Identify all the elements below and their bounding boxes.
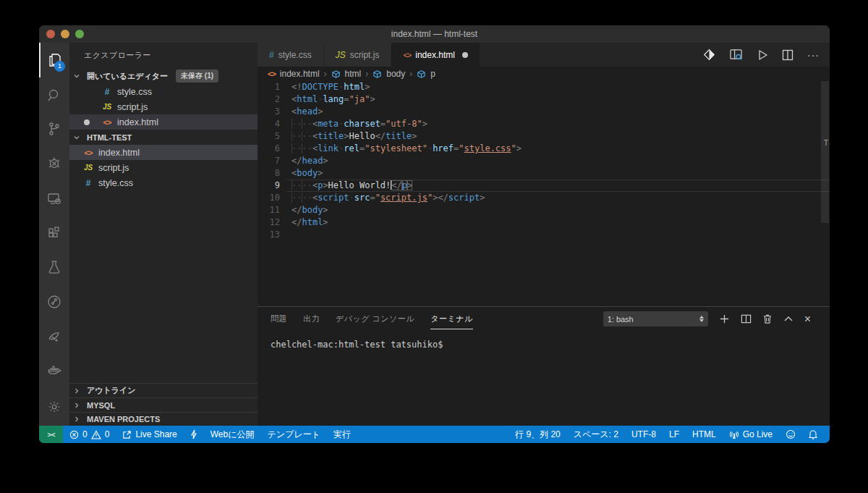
outline-section-header[interactable]: アウトライン [69,383,258,397]
code-token[interactable]: src [354,193,370,203]
code-token[interactable]: > [370,94,375,104]
feedback-smiley-icon[interactable] [779,426,802,443]
code-line-content[interactable]: ····<meta·charset="utf-8"> [286,118,830,130]
code-token[interactable]: title [318,131,344,141]
code-line-content[interactable]: <head> [286,106,830,118]
code-token[interactable]: html [302,217,323,227]
test-beaker-icon[interactable] [39,250,69,285]
code-token[interactable]: script.js [380,193,427,203]
code-token[interactable]: rel [344,143,359,153]
code-token[interactable]: script [448,193,480,203]
cursor-position[interactable]: 行 9、列 20 [509,426,567,443]
line-number[interactable]: 2 [258,93,286,106]
code-token[interactable]: = [380,119,386,129]
line-number[interactable]: 12 [258,216,286,229]
code-token[interactable]: </ [391,180,401,190]
code-token[interactable]: > [344,131,349,141]
live-share-session-icon[interactable] [39,285,69,319]
tab-index-html[interactable]: <> index.html [391,43,480,67]
code-token[interactable]: > [323,217,328,227]
code-token[interactable]: <! [292,82,302,92]
code-token[interactable]: > [323,156,328,166]
code-token[interactable]: href [433,143,454,153]
code-editor[interactable]: 1<!DOCTYPE·html>2<html·lang="ja">3<head>… [258,81,830,306]
code-token[interactable]: style.css [464,143,511,153]
code-line-content[interactable]: ····<title>Hello</title> [286,130,830,143]
flash-icon[interactable] [184,426,204,443]
remote-indicator[interactable]: >< [39,426,63,443]
code-token[interactable]: > [422,119,427,129]
code-line[interactable]: 1<!DOCTYPE·html> [258,81,830,93]
code-token[interactable]: script [318,193,349,203]
code-token[interactable]: body [297,168,318,178]
open-preview-icon[interactable] [729,49,743,61]
code-token[interactable]: "utf-8" [386,119,422,129]
breadcrumb-symbol[interactable]: p [430,69,435,79]
zoom-window-button[interactable] [75,30,84,38]
code-line-content[interactable]: <!DOCTYPE·html> [286,81,830,93]
breadcrumb-symbol[interactable]: html [345,69,362,79]
code-token[interactable]: > [407,180,412,190]
code-token[interactable]: head [297,106,318,117]
code-token[interactable]: DOCTYPE [302,82,339,92]
terminal-output[interactable]: chelchel-mac:html-test tatsuhiko$ [258,331,830,426]
problems-status[interactable]: 0 0 [63,426,116,443]
code-line-content[interactable]: </body> [286,204,830,216]
code-line[interactable]: 12</html> [258,216,830,229]
code-line[interactable]: 6····<link·rel="stylesheet"·href="style.… [258,143,830,155]
code-token[interactable]: lang [323,94,344,104]
live-share-button[interactable]: Live Share [116,426,183,443]
scrollbar-thumb[interactable] [821,81,829,223]
code-token[interactable]: head [302,156,323,166]
code-token[interactable]: html [344,82,365,92]
extensions-icon[interactable] [39,216,69,250]
explorer-icon[interactable]: 1 [39,43,69,77]
tab-style-css[interactable]: # style.css [258,43,324,67]
close-panel-icon[interactable]: × [804,313,811,325]
open-editor-item-active[interactable]: <> index.html [69,114,258,130]
search-icon[interactable] [39,77,69,112]
code-line-content[interactable] [286,229,830,241]
new-terminal-icon[interactable] [719,313,730,324]
breadcrumb-symbol[interactable]: body [386,69,405,79]
split-terminal-icon[interactable] [741,313,752,324]
code-token[interactable]: </ [292,205,302,215]
editor-scrollbar[interactable]: T [820,81,830,306]
code-token[interactable]: > [412,131,417,141]
source-control-icon[interactable] [39,111,69,146]
encoding-setting[interactable]: UTF-8 [625,426,663,443]
line-number[interactable]: 1 [258,81,286,93]
tab-script-js[interactable]: JS script.js [324,43,392,67]
code-token[interactable]: = [370,193,375,203]
code-token[interactable]: html [297,94,318,104]
publish-web-button[interactable]: Webに公開 [204,426,261,443]
code-token[interactable]: body [302,205,323,215]
open-editor-item[interactable]: # style.css [69,84,258,99]
tab-output[interactable]: 出力 [303,309,320,329]
workspace-header[interactable]: HTML-TEST [69,130,258,145]
close-window-button[interactable] [46,30,55,38]
code-line[interactable]: 13 [258,229,830,241]
minimize-window-button[interactable] [61,30,69,38]
code-line-content[interactable]: </head> [286,155,830,167]
code-token[interactable]: > [365,82,370,92]
tab-terminal[interactable]: ターミナル [430,309,473,329]
mysql-section-header[interactable]: MYSQL [69,397,258,412]
code-token[interactable]: link [318,143,339,153]
code-line[interactable]: 11</body> [258,204,830,216]
code-token[interactable]: Hello World! [328,180,391,190]
code-line[interactable]: 4····<meta·charset="utf-8"> [258,118,830,130]
code-token[interactable]: Hello [349,131,375,141]
line-number[interactable]: 7 [258,155,286,167]
run-debug-icon[interactable] [39,146,69,181]
tree-item[interactable]: # style.css [69,175,258,190]
code-token[interactable]: charset [344,119,380,129]
format-diamond-icon[interactable] [703,49,715,61]
tab-debug-console[interactable]: デバッグ コンソール [336,309,414,329]
indentation-setting[interactable]: スペース: 2 [567,426,625,443]
code-line[interactable]: 2<html·lang="ja"> [258,93,830,106]
code-token[interactable]: > [480,193,485,203]
live-server-icon[interactable] [39,319,69,354]
code-token[interactable]: "ja" [349,94,370,104]
line-number[interactable]: 4 [258,118,286,130]
